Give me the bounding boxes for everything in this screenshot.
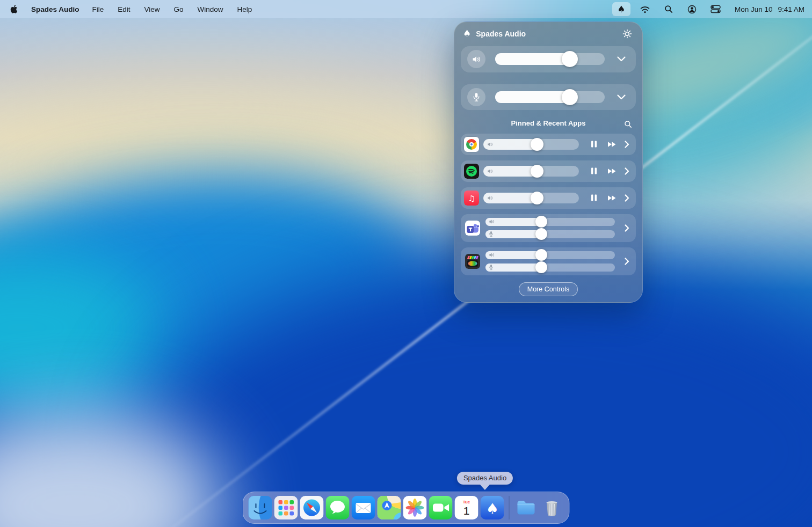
output-volume-slider[interactable] [495, 53, 605, 65]
menu-bar-menus: FileEditViewGoWindowHelp [92, 5, 252, 13]
svg-text:♠: ♠ [485, 500, 498, 517]
input-volume-group [461, 84, 636, 111]
maps-icon [378, 496, 401, 519]
slider-fill [485, 230, 541, 238]
dock-item-downloads[interactable] [514, 495, 539, 520]
menu-bar: Spades Audio FileEditViewGoWindowHelp ♠ … [0, 0, 812, 18]
section-title: Pinned & Recent Apps [511, 119, 586, 127]
app-row-microsoft-teams [461, 214, 636, 242]
dock-item-trash[interactable] [540, 495, 564, 520]
apple-menu-icon[interactable] [10, 4, 18, 14]
wifi-icon[interactable] [636, 2, 654, 16]
search-icon[interactable] [622, 118, 634, 130]
app-mic-slider[interactable] [485, 264, 615, 272]
app-volume-slider[interactable] [485, 218, 615, 226]
fast-forward-icon[interactable] [607, 168, 616, 174]
pause-icon[interactable] [591, 141, 597, 148]
chevron-down-icon[interactable] [614, 90, 628, 104]
more-controls-button[interactable]: More Controls [519, 282, 578, 296]
search-icon[interactable] [659, 2, 678, 16]
fast-forward-icon[interactable] [607, 141, 616, 148]
launchpad-icon [274, 496, 298, 519]
finder-icon [249, 496, 272, 519]
dock-item-photos[interactable] [403, 495, 427, 520]
app-volume-slider[interactable] [483, 139, 579, 150]
chevron-down-icon[interactable] [614, 52, 628, 66]
menu-window[interactable]: Window [198, 5, 223, 13]
dock-item-mail[interactable] [351, 495, 376, 520]
app-volume-slider[interactable] [485, 251, 615, 259]
panel-header: ♠ Spades Audio [461, 26, 636, 41]
app-row-spotify [461, 160, 636, 182]
menu-bar-clock[interactable]: Mon Jun 10 9:41 AM [735, 5, 804, 13]
app-volume-slider[interactable] [483, 166, 579, 177]
slider-fill [485, 264, 541, 272]
microphone-icon[interactable] [467, 88, 485, 106]
dock: Tue1♠ [243, 492, 570, 524]
panel-title: Spades Audio [476, 30, 526, 38]
output-volume-group [461, 46, 636, 72]
mail-icon [352, 496, 375, 519]
speaker-icon [487, 142, 494, 147]
apple-music-icon: ♫ [464, 191, 479, 206]
chevron-right-icon[interactable] [625, 167, 629, 175]
control-center-icon[interactable] [707, 2, 725, 16]
output-slider-knob[interactable] [562, 51, 578, 67]
microphone-icon [489, 264, 494, 270]
pause-icon[interactable] [591, 167, 597, 174]
speaker-icon[interactable] [467, 50, 485, 68]
input-slider-knob[interactable] [562, 89, 578, 105]
slider-knob[interactable] [535, 216, 547, 228]
menu-edit[interactable]: Edit [118, 5, 130, 13]
menu-view[interactable]: View [144, 5, 160, 13]
dock-item-calendar[interactable]: Tue1 [454, 495, 479, 520]
slider-knob[interactable] [535, 261, 547, 273]
dock-item-finder[interactable] [248, 495, 273, 520]
speaker-icon [489, 252, 495, 258]
dock-item-safari[interactable] [300, 495, 324, 520]
desktop-wallpaper [0, 0, 812, 527]
input-volume-slider[interactable] [495, 91, 605, 103]
app-mic-slider[interactable] [485, 230, 615, 238]
chrome-icon [464, 137, 479, 152]
facetime-icon [429, 496, 453, 519]
pinned-apps-section-header: Pinned & Recent Apps [461, 118, 636, 128]
svg-text:♫: ♫ [468, 193, 475, 203]
slider-knob[interactable] [535, 228, 547, 240]
slider-knob[interactable] [531, 138, 543, 151]
menu-file[interactable]: File [92, 5, 104, 13]
calendar-icon: Tue1 [455, 496, 479, 519]
chevron-right-icon[interactable] [625, 258, 629, 265]
dock-item-maps[interactable] [377, 495, 402, 520]
gear-icon[interactable] [621, 27, 634, 40]
spades-audio-panel: ♠ Spades Audio Pinned & Recent Apps ♫ Mo… [454, 21, 643, 303]
dock-item-messages[interactable] [325, 495, 350, 520]
safari-icon [300, 496, 324, 519]
spade-status-icon[interactable]: ♠ [612, 2, 630, 16]
dock-item-spades-audio[interactable]: ♠ [480, 495, 505, 520]
pause-icon[interactable] [591, 194, 597, 201]
speaker-icon [487, 169, 494, 174]
menu-help[interactable]: Help [237, 5, 252, 13]
chevron-right-icon[interactable] [625, 141, 629, 148]
dock-item-facetime[interactable] [429, 495, 453, 520]
clock-time: 9:41 AM [778, 5, 804, 13]
slider-knob[interactable] [531, 165, 543, 178]
photos-icon [403, 496, 427, 519]
user-icon[interactable] [683, 2, 701, 16]
trash-icon [540, 496, 564, 519]
chevron-right-icon[interactable] [625, 224, 629, 232]
app-volume-slider[interactable] [483, 193, 579, 203]
svg-text:1: 1 [463, 504, 470, 517]
speaker-icon [489, 219, 495, 224]
chevron-right-icon[interactable] [625, 194, 629, 202]
dock-divider [509, 496, 510, 519]
slider-knob[interactable] [535, 249, 547, 261]
menu-go[interactable]: Go [174, 5, 184, 13]
pinned-apps-list: ♫ [461, 128, 636, 275]
app-row-final-cut-pro [461, 247, 636, 275]
fast-forward-icon[interactable] [607, 195, 616, 201]
dock-item-launchpad[interactable] [274, 495, 299, 520]
app-menu-title[interactable]: Spades Audio [31, 5, 79, 13]
slider-knob[interactable] [531, 192, 543, 204]
